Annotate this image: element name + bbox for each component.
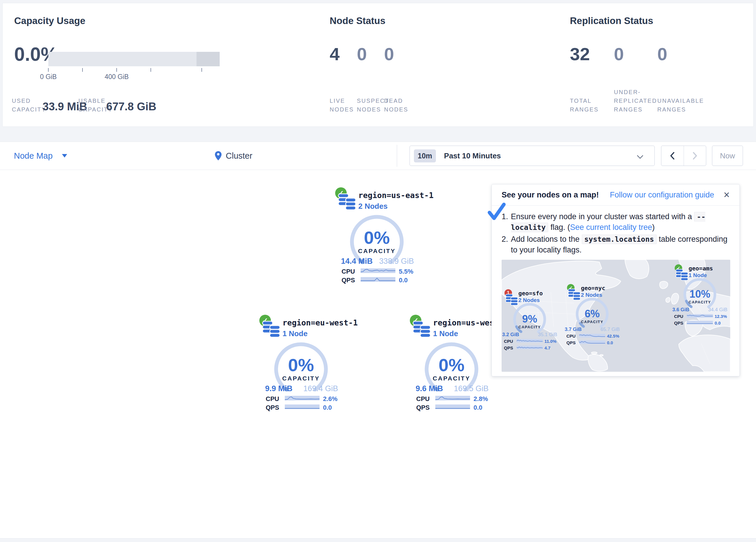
used-capacity: 14.4 MiB — [341, 257, 373, 266]
region-widget-us-east-1[interactable]: ✓ region=us-east-1 2 Nodes 0% CAPACITY 1… — [333, 187, 420, 285]
cpu-sparkline — [285, 396, 320, 401]
chevron-right-icon — [691, 151, 699, 161]
usable-capacity-value: 677.8 GiB — [106, 100, 156, 113]
qps-value: 4.7 — [544, 346, 551, 350]
view-selector-label: Node Map — [14, 151, 53, 161]
total-capacity: 169.5 GiB — [454, 384, 489, 393]
axis-tick — [48, 68, 49, 72]
cpu-sparkline — [517, 339, 543, 343]
axis-tick — [116, 68, 117, 72]
geo-name: geo=nyc — [581, 285, 605, 292]
used-capacity: 3.6 GiB — [672, 307, 689, 313]
cpu-sparkline — [361, 268, 395, 273]
node-map-setup-popup: See your nodes on a map! Follow our conf… — [491, 184, 740, 376]
view-selector-dropdown[interactable]: Node Map — [14, 142, 67, 170]
cpu-label: CPU — [566, 334, 576, 339]
setup-step-1: 1. Ensure every node in your cluster was… — [502, 211, 730, 233]
total-capacity: 338.9 GiB — [379, 257, 414, 266]
capacity-percent: 0% — [349, 227, 404, 248]
now-button[interactable]: Now — [712, 146, 743, 166]
cpu-sparkline — [435, 396, 470, 401]
configuration-guide-link[interactable]: Follow our configuration guide — [610, 190, 714, 199]
time-step-buttons — [661, 146, 706, 166]
axis-tick — [201, 68, 202, 72]
cpu-label: CPU — [266, 395, 279, 403]
live-nodes-metric: 4 LIVE NODES — [330, 3, 356, 126]
total-ranges-count: 32 — [570, 44, 590, 64]
under-replicated-count: 0 — [614, 44, 624, 64]
page-footer-strip — [0, 538, 756, 542]
qps-value: 0.0 — [399, 277, 408, 284]
axis-tick — [82, 68, 83, 72]
total-ranges-label: TOTAL RANGES — [570, 96, 602, 114]
database-nodes-icon — [337, 193, 357, 210]
popup-header: See your nodes on a map! Follow our conf… — [492, 184, 740, 205]
popup-instructions: 1. Ensure every node in your cluster was… — [492, 205, 740, 255]
completed-check-icon — [487, 202, 507, 221]
capacity-caption: CAPACITY — [424, 375, 479, 382]
breadcrumb[interactable]: Cluster — [215, 142, 252, 170]
qps-value: 0.0 — [715, 321, 721, 326]
qps-value: 0.0 — [323, 404, 332, 412]
step-back-button[interactable] — [661, 146, 684, 166]
geo-widget-nyc[interactable]: ✓ geo=nyc 2 Nodes 6% CAPACITY 3.7 GiB 65… — [565, 284, 620, 346]
total-ranges-metric: 32 TOTAL RANGES — [570, 3, 602, 126]
qps-label: QPS — [416, 404, 430, 412]
used-capacity: 3.2 GiB — [502, 332, 519, 338]
step-text-fragment: ) — [652, 223, 655, 231]
cluster-summary-bar: Capacity Usage 0.0% 0 GiB 400 GiB USED C… — [2, 3, 754, 127]
cpu-row: CPU 2.6% — [265, 395, 338, 402]
unavailable-ranges-metric: 0 UNAVAILABLE RANGES — [657, 3, 706, 126]
geo-name: geo=ams — [689, 265, 713, 272]
geo-name: geo=sfo — [518, 290, 543, 297]
unavailable-ranges-label: UNAVAILABLE RANGES — [657, 96, 706, 114]
breadcrumb-label: Cluster — [226, 151, 252, 161]
region-widget-us-west-1[interactable]: ✓ region=us-west-1 1 Node 0% CAPACITY 9.… — [408, 314, 495, 413]
cpu-value: 12.3% — [715, 314, 727, 319]
live-nodes-label: LIVE NODES — [330, 96, 356, 114]
step-text: Add locations to the system.locations ta… — [511, 234, 730, 255]
qps-value: 0.0 — [474, 404, 482, 412]
step-forward-button[interactable] — [684, 146, 706, 166]
capacity-percent: 0% — [274, 355, 329, 375]
used-capacity: 3.7 GiB — [565, 327, 582, 333]
capacity-usage-title: Capacity Usage — [14, 15, 85, 26]
region-name: region=us-east-1 — [358, 191, 434, 200]
step-text-fragment: flag. ( — [551, 223, 570, 231]
toolbar-divider — [397, 145, 397, 167]
region-widget-eu-west-1[interactable]: ✓ region=eu-west-1 1 Node 0% CAPACITY 9.… — [258, 314, 344, 413]
time-range-badge: 10m — [414, 149, 436, 162]
total-capacity: 65.7 GiB — [601, 327, 620, 333]
cpu-sparkline — [579, 334, 605, 337]
qps-row: QPS 0.0 — [416, 404, 489, 410]
qps-sparkline — [285, 405, 320, 409]
qps-label: QPS — [566, 340, 576, 345]
total-capacity: 169.4 GiB — [303, 384, 338, 393]
cpu-row: CPU 42.5% — [565, 334, 620, 338]
capacity-percent: 0% — [424, 355, 479, 375]
unavailable-ranges-count: 0 — [657, 44, 667, 64]
cpu-label: CPU — [504, 339, 513, 344]
geo-widget-ams[interactable]: ✓ geo=ams 1 Node 10% CAPACITY 3.6 GiB 34… — [672, 264, 727, 327]
cpu-row: CPU 2.8% — [416, 395, 489, 402]
cpu-value: 2.8% — [474, 395, 488, 403]
geo-widget-sfo[interactable]: 1 geo=sfo 2 Nodes 9% CAPACITY 3.2 GiB 35… — [502, 289, 557, 352]
locality-tree-link[interactable]: See current locality tree — [570, 223, 652, 231]
cpu-label: CPU — [416, 395, 430, 403]
step-text-fragment: Ensure every node in your cluster was st… — [511, 212, 692, 221]
suspect-nodes-count: 0 — [357, 44, 367, 64]
map-pin-icon — [215, 151, 222, 160]
qps-label: QPS — [342, 277, 355, 284]
chevron-down-icon — [62, 154, 67, 157]
time-range-selector[interactable]: 10m Past 10 Minutes — [410, 146, 655, 166]
node-map-canvas: ✓ region=us-east-1 2 Nodes 0% CAPACITY 1… — [0, 170, 756, 538]
axis-tick — [151, 68, 151, 72]
step-text: Ensure every node in your cluster was st… — [511, 211, 730, 233]
under-replicated-metric: 0 UNDER-REPLICATED RANGES — [614, 3, 659, 126]
capacity-caption: CAPACITY — [682, 300, 717, 304]
cpu-value: 42.5% — [607, 334, 619, 339]
close-icon[interactable]: × — [724, 190, 730, 200]
chevron-down-icon — [637, 152, 643, 159]
region-node-count: 2 Nodes — [358, 202, 388, 211]
cpu-label: CPU — [342, 268, 355, 276]
